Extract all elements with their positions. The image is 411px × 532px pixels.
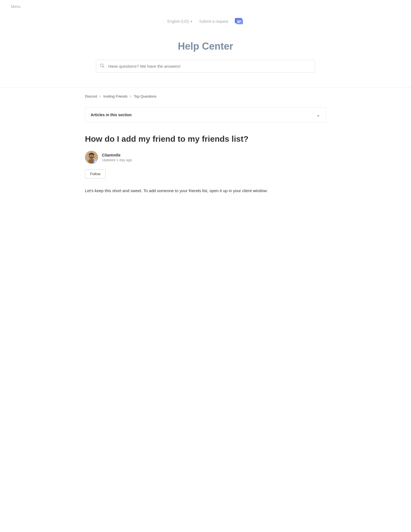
svg-rect-2 [237,21,241,21]
author-updated: Updated 1 day ago [102,158,132,162]
search-input[interactable] [96,60,315,73]
author-name: Cilantrelle [102,153,132,157]
author-row: Cilantrelle Updated 1 day ago [85,151,326,164]
language-selector[interactable]: English (US) ▼ [167,19,193,24]
article-body: Let's keep this short and sweet. To add … [85,187,326,194]
language-label: English (US) [167,19,189,24]
article-body-text: Let's keep this short and sweet. To add … [85,187,326,194]
top-nav: Menu [0,0,411,13]
menu-link[interactable]: Menu [11,4,21,9]
breadcrumb-discord[interactable]: Discord [85,94,97,98]
divider [0,87,411,88]
search-icon [100,63,105,69]
submit-request-link[interactable]: Submit a request [199,19,228,24]
main-content: Discord > Inviting Friends > Top Questio… [74,94,337,211]
breadcrumb: Discord > Inviting Friends > Top Questio… [85,94,326,98]
search-wrapper [96,60,315,73]
article-title: How do I add my friend to my friends lis… [85,133,326,144]
articles-header-title: Articles in this section [91,113,132,117]
breadcrumb-top-questions: Top Questions [134,94,156,98]
breadcrumb-separator-1: > [99,95,101,98]
author-meta: Cilantrelle Updated 1 day ago [102,153,132,162]
breadcrumb-inviting-friends[interactable]: Inviting Friends [103,94,127,98]
articles-section: Articles in this section ⌄ [85,107,326,123]
svg-line-5 [103,66,104,68]
svg-point-11 [90,156,91,156]
page-title: Help Center [11,41,400,52]
svg-rect-1 [236,19,243,24]
avatar [85,151,98,164]
chevron-down-icon: ▼ [190,20,193,23]
articles-header[interactable]: Articles in this section ⌄ [85,107,326,122]
avatar-badge [94,160,98,163]
chat-icon-button[interactable] [235,18,244,25]
chat-icon [235,18,244,25]
follow-button[interactable]: Follow [85,169,106,178]
svg-rect-3 [237,22,240,23]
svg-point-12 [92,156,93,156]
header-bar: English (US) ▼ Submit a request [0,13,411,30]
breadcrumb-separator-2: > [130,95,132,98]
chevron-down-icon: ⌄ [316,112,320,118]
hero-section: Help Center [0,30,411,81]
